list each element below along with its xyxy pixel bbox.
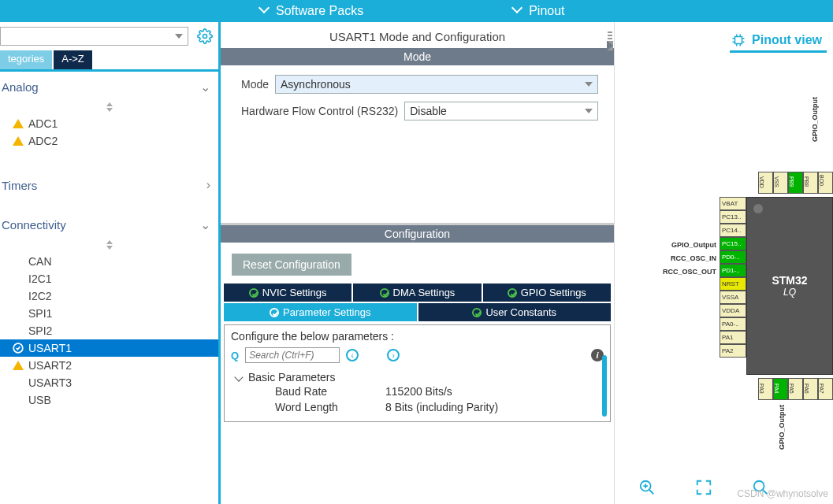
top-toolbar: Software Packs Pinout: [0, 0, 833, 22]
tab-parameter-settings[interactable]: Parameter Settings: [224, 303, 417, 321]
param-row-baud[interactable]: Baud Rate115200 Bits/s: [275, 384, 604, 399]
peripheral-usart1[interactable]: USART1: [0, 339, 218, 357]
warning-icon: [13, 135, 24, 146]
sort-handle-icon[interactable]: [0, 102, 218, 115]
tab-dma-settings[interactable]: DMA Settings: [353, 284, 481, 302]
pin-top[interactable]: VSS: [773, 172, 788, 194]
software-packs-menu[interactable]: Software Packs: [260, 4, 363, 18]
param-row-word-length[interactable]: Word Length8 Bits (including Parity): [275, 399, 604, 415]
zoom-in-icon[interactable]: [638, 479, 656, 496]
pin-left[interactable]: PA2: [720, 344, 746, 358]
pin-top[interactable]: PB9: [788, 172, 803, 194]
zoom-out-icon[interactable]: [752, 479, 769, 496]
peripheral-search-select[interactable]: [0, 27, 188, 46]
category-analog[interactable]: Analog ⌄: [0, 72, 218, 102]
net-label: RCC_OSC_OUT: [663, 268, 716, 276]
check-circle-icon: [508, 288, 517, 298]
pinout-menu[interactable]: Pinout: [513, 4, 564, 18]
hw-flow-label: Hardware Flow Control (RS232): [241, 105, 398, 117]
peripheral-spi2[interactable]: SPI2: [0, 322, 218, 339]
leaf-label: ADC1: [28, 117, 58, 130]
pin-bottom[interactable]: PA6: [803, 378, 818, 400]
gear-icon[interactable]: [196, 28, 214, 45]
tab-label: Parameter Settings: [283, 306, 370, 318]
pin-left[interactable]: NRST: [720, 277, 746, 291]
hw-flow-select[interactable]: Disable: [404, 102, 598, 120]
pin-top[interactable]: PB8: [803, 172, 818, 194]
pin-left[interactable]: PD0-..: [720, 250, 746, 264]
peripheral-usart2[interactable]: USART2: [0, 357, 218, 374]
chevron-down-icon: ⌄: [200, 217, 210, 232]
tab-az[interactable]: A->Z: [54, 50, 92, 69]
check-circle-icon: [472, 308, 482, 317]
pinout-view-tab[interactable]: Pinout view: [730, 33, 827, 53]
peripheral-adc2[interactable]: ADC2: [0, 132, 218, 150]
mode-select[interactable]: Asynchronous: [275, 75, 598, 94]
net-label: GPIO_Output: [778, 405, 786, 450]
pin-top[interactable]: VDD: [758, 172, 773, 194]
chevron-down-icon: [513, 6, 524, 17]
search-icon[interactable]: Q: [231, 350, 239, 361]
tab-gpio-settings[interactable]: GPIO Settings: [483, 284, 611, 302]
peripheral-tree: Analog ⌄ ADC1 ADC2 Timers › Connectivity…: [0, 72, 218, 504]
prev-match-button[interactable]: ‹: [346, 349, 359, 361]
peripheral-i2c2[interactable]: I2C2: [0, 287, 218, 305]
fullscreen-icon[interactable]: [695, 479, 712, 496]
panel-resize-handle[interactable]: [606, 25, 614, 57]
check-circle-icon: [380, 288, 389, 298]
peripheral-i2c1[interactable]: I2C1: [0, 270, 218, 287]
pin-bottom[interactable]: PA7: [818, 378, 833, 400]
leaf-label: SPI2: [28, 324, 52, 337]
parameter-box: Configure the below parameters : Q ‹ › i…: [224, 324, 611, 422]
peripheral-adc1[interactable]: ADC1: [0, 115, 218, 132]
tab-user-constants[interactable]: User Constants: [418, 303, 612, 321]
sidebar: tegories A->Z Analog ⌄ ADC1 ADC2 Timers …: [0, 22, 221, 504]
chevron-right-icon: [607, 41, 613, 50]
pin-bottom[interactable]: PA3: [758, 378, 773, 400]
pin-left[interactable]: VDDA: [720, 304, 746, 317]
svg-rect-2: [735, 37, 742, 44]
config-panel: USART1 Mode and Configuration Mode Mode …: [221, 22, 615, 504]
next-match-button[interactable]: ›: [387, 349, 400, 361]
leaf-label: CAN: [28, 255, 52, 268]
scrollbar-thumb[interactable]: [602, 355, 607, 417]
pin-left[interactable]: PC13..: [720, 210, 746, 224]
tab-categories[interactable]: tegories: [0, 50, 52, 69]
peripheral-spi1[interactable]: SPI1: [0, 305, 218, 322]
pin-left[interactable]: PA0-..: [720, 317, 746, 331]
chevron-right-icon: ›: [206, 178, 210, 192]
pin-left[interactable]: VBAT: [720, 197, 746, 210]
chip-icon: [731, 33, 746, 47]
peripheral-usart3[interactable]: USART3: [0, 374, 218, 391]
pin-top[interactable]: BO0..: [818, 172, 833, 194]
chip-body[interactable]: STM32 LQ: [746, 197, 833, 375]
mode-field-label: Mode: [241, 78, 269, 91]
chevron-down-icon: ⌄: [200, 80, 210, 94]
param-group-basic[interactable]: Basic Parameters: [236, 371, 604, 384]
category-timers[interactable]: Timers ›: [0, 170, 218, 200]
group-label: Basic Parameters: [248, 371, 335, 384]
peripheral-usb[interactable]: USB: [0, 391, 218, 409]
category-connectivity[interactable]: Connectivity ⌄: [0, 209, 218, 240]
pin-left[interactable]: PD1-..: [720, 264, 746, 277]
sort-handle-icon[interactable]: [0, 240, 218, 253]
tab-label: User Constants: [485, 306, 556, 318]
reset-configuration-button[interactable]: Reset Configuration: [232, 254, 351, 276]
tab-label: GPIO Settings: [521, 287, 586, 298]
peripheral-can[interactable]: CAN: [0, 253, 218, 270]
pin-bottom[interactable]: PA5: [788, 378, 803, 400]
pin-left[interactable]: VSSA: [720, 291, 746, 304]
pin-left[interactable]: PC15..: [720, 237, 746, 250]
tab-nvic-settings[interactable]: NVIC Settings: [224, 284, 351, 302]
pin-bottom[interactable]: PA4: [773, 378, 788, 400]
pinout-panel: Pinout view GPIO_Output VDD VSS PB9 PB8 …: [615, 22, 833, 504]
pin-left[interactable]: PC14..: [720, 224, 746, 237]
parameter-search-input[interactable]: [245, 347, 340, 363]
leaf-label: USART1: [28, 342, 72, 354]
tab-label: NVIC Settings: [262, 287, 327, 298]
chevron-down-icon: [585, 82, 593, 87]
leaf-label: SPI1: [28, 307, 52, 320]
pin-left[interactable]: PA1: [720, 331, 746, 344]
net-label: GPIO_Output: [811, 97, 819, 142]
leaf-label: USART2: [28, 359, 72, 372]
